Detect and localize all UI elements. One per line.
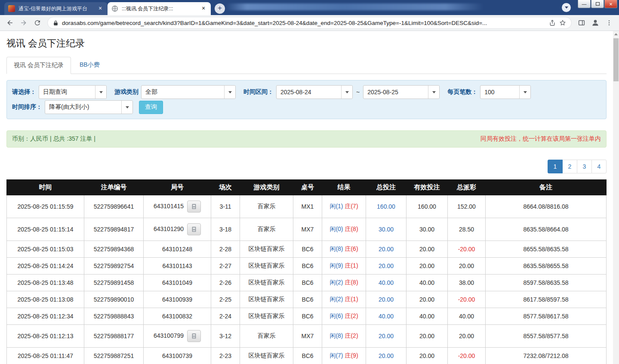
cell-payout: -20.00: [448, 348, 486, 364]
result-banker: 庄(2): [345, 332, 358, 339]
dropdown-button[interactable]: [519, 86, 530, 99]
result-banker: 庄(1): [345, 262, 358, 269]
address-bar[interactable]: dorasabs.com/game/betrecord_search/kind3…: [47, 17, 572, 29]
cell-time: 2025-08-25 01:15:59: [7, 195, 84, 218]
tab-close-icon[interactable]: ×: [200, 5, 207, 12]
url-text[interactable]: dorasabs.com/game/betrecord_search/kind3…: [62, 20, 545, 26]
total-bet-link[interactable]: 20.00: [379, 262, 394, 269]
cell-bet-id: 522759894368: [84, 241, 144, 258]
video-replay-button[interactable]: [187, 201, 201, 213]
tab-search-button[interactable]: [562, 3, 571, 12]
cell-round: 643101049: [144, 275, 211, 291]
total-bet-link[interactable]: 20.00: [379, 352, 394, 359]
column-header: 场次: [211, 180, 240, 195]
video-replay-button[interactable]: [187, 330, 201, 342]
page-button-3[interactable]: 3: [577, 160, 592, 173]
sort-label: 时间排序：: [12, 103, 42, 111]
scroll-up-arrow[interactable]: [613, 31, 619, 37]
round-number: 643100739: [162, 352, 192, 359]
back-button[interactable]: [3, 16, 16, 29]
total-bet-link[interactable]: 30.00: [379, 226, 394, 233]
browser-tab-betrecord[interactable]: :::视讯 会员下注纪录::: ×: [108, 2, 211, 15]
share-icon[interactable]: [549, 19, 556, 26]
chevron-down-icon: [345, 91, 349, 93]
forward-button[interactable]: [17, 16, 30, 29]
cell-game-type: 百家乐: [240, 218, 293, 241]
round-number: 643101049: [162, 279, 192, 286]
cell-payout: -20.00: [448, 241, 486, 258]
page-button-2[interactable]: 2: [562, 160, 577, 173]
maximize-button[interactable]: [591, 0, 604, 8]
tab-strip: 通宝-信誉最好的网上游戏平台 × :::视讯 会员下注纪录::: × +: [4, 2, 225, 15]
page-button-4[interactable]: 4: [591, 160, 607, 173]
date-end-dropdown[interactable]: 2025-08-25: [363, 85, 440, 99]
cell-time: 2025-08-25 01:11:47: [7, 348, 84, 364]
tab-close-icon[interactable]: ×: [97, 5, 104, 12]
cell-valid-bet: 20.00: [407, 291, 448, 308]
dropdown-button[interactable]: [428, 86, 439, 99]
tab-title: :::视讯 会员下注纪录:::: [122, 5, 197, 12]
tab-bet-records[interactable]: 视讯 会员下注纪录: [6, 57, 71, 74]
game-type-dropdown[interactable]: 全部: [141, 85, 236, 99]
cell-remark: 8664.08/8816.08: [486, 195, 607, 218]
total-bet-link[interactable]: 20.00: [379, 296, 394, 303]
side-panel-icon[interactable]: [575, 16, 588, 29]
column-header: 桌号: [293, 180, 322, 195]
cell-game-type: 区块链百家乐: [240, 348, 293, 364]
cell-round: 643101143: [144, 258, 211, 275]
cell-bet-id: 522759888843: [84, 308, 144, 325]
dropdown-button[interactable]: [95, 86, 106, 99]
minimize-button[interactable]: —: [578, 0, 591, 8]
dropdown-button[interactable]: [121, 101, 132, 114]
column-header: 有效投注: [407, 180, 448, 195]
cell-time: 2025-08-25 01:12:13: [7, 325, 84, 348]
total-bet-link[interactable]: 160.00: [377, 203, 395, 210]
total-bet-link[interactable]: 20.00: [379, 333, 394, 339]
date-start-dropdown[interactable]: 2025-08-24: [276, 85, 353, 99]
date-range-separator: ~: [356, 89, 360, 96]
cell-game-type: 区块链百家乐: [240, 258, 293, 275]
cell-bet-id: 522759891458: [84, 275, 144, 291]
profile-avatar-icon[interactable]: [589, 16, 602, 29]
cell-session: 2-25: [211, 291, 240, 308]
scrollbar-thumb[interactable]: [613, 38, 619, 81]
table-row: 2025-08-25 01:11:47522759887251643100739…: [7, 348, 607, 364]
result-player: 闲(0): [330, 225, 343, 232]
browser-tab-home[interactable]: 通宝-信誉最好的网上游戏平台 ×: [4, 2, 108, 15]
column-header: 局号: [144, 180, 211, 195]
sort-dropdown[interactable]: 降幂(由大到小): [45, 100, 133, 114]
cell-round: 643100739: [144, 348, 211, 364]
round-number: 643100939: [162, 296, 192, 303]
cell-table-no: BC6: [293, 291, 322, 308]
cell-game-type: 区块链百家乐: [240, 308, 293, 325]
query-type-dropdown[interactable]: 日期查询: [39, 85, 107, 99]
cell-valid-bet: 40.00: [407, 308, 448, 325]
cell-result: 闲(2) 庄(8): [322, 275, 366, 291]
date-end-value: 2025-08-25: [363, 86, 428, 99]
video-replay-button[interactable]: [187, 223, 201, 235]
round-number: 643100832: [162, 313, 192, 320]
cell-valid-bet: 160.00: [407, 195, 448, 218]
per-page-dropdown[interactable]: 100: [480, 85, 531, 99]
page-scrollbar[interactable]: [613, 31, 619, 364]
new-tab-button[interactable]: +: [215, 3, 225, 14]
chevron-down-icon: [524, 91, 527, 93]
result-player: 闲(2): [330, 279, 343, 286]
cell-valid-bet: 20.00: [407, 258, 448, 275]
reload-button[interactable]: [31, 16, 44, 29]
close-button[interactable]: ×: [604, 0, 617, 8]
cell-round: 643100832: [144, 308, 211, 325]
dropdown-button[interactable]: [224, 86, 235, 99]
page-button-1[interactable]: 1: [548, 160, 563, 173]
cell-game-type: 区块链百家乐: [240, 291, 293, 308]
total-bet-link[interactable]: 20.00: [379, 246, 394, 253]
dropdown-button[interactable]: [341, 86, 352, 99]
result-banker: 庄(9): [345, 352, 358, 359]
total-bet-link[interactable]: 40.00: [379, 279, 394, 286]
result-player: 闲(8): [330, 245, 343, 252]
bookmark-star-icon[interactable]: [559, 19, 566, 26]
menu-dots-icon[interactable]: [603, 16, 616, 29]
tab-bb-tips[interactable]: BB小费: [73, 57, 107, 74]
search-button[interactable]: 查询: [139, 101, 163, 114]
total-bet-link[interactable]: 40.00: [379, 313, 394, 320]
